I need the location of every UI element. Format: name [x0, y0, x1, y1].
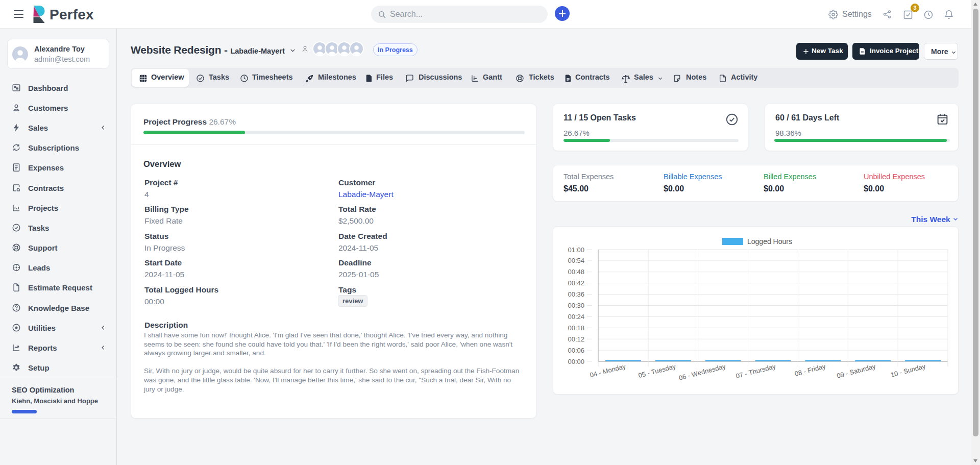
svg-text:00:30: 00:30	[568, 302, 584, 309]
svg-text:00:06: 00:06	[568, 347, 584, 354]
svg-text:10 - Sunday: 10 - Sunday	[890, 362, 926, 379]
svg-text:00:18: 00:18	[568, 324, 584, 332]
svg-text:Logged Hours: Logged Hours	[747, 237, 792, 246]
svg-text:06 - Wednesday: 06 - Wednesday	[678, 362, 727, 382]
svg-text:00:00: 00:00	[568, 358, 584, 365]
svg-text:07 - Thursday: 07 - Thursday	[735, 362, 777, 380]
svg-text:09 - Saturday: 09 - Saturday	[836, 362, 877, 380]
svg-text:00:24: 00:24	[568, 313, 584, 321]
svg-text:00:54: 00:54	[568, 257, 584, 264]
svg-text:00:12: 00:12	[568, 335, 584, 343]
svg-text:00:48: 00:48	[568, 268, 584, 276]
svg-text:05 - Tuesday: 05 - Tuesday	[638, 362, 677, 379]
svg-text:00:36: 00:36	[568, 290, 584, 298]
svg-text:08 - Friday: 08 - Friday	[794, 362, 826, 378]
svg-text:01:00: 01:00	[568, 246, 584, 254]
svg-text:00:42: 00:42	[568, 279, 584, 287]
svg-text:04 - Monday: 04 - Monday	[589, 362, 627, 379]
